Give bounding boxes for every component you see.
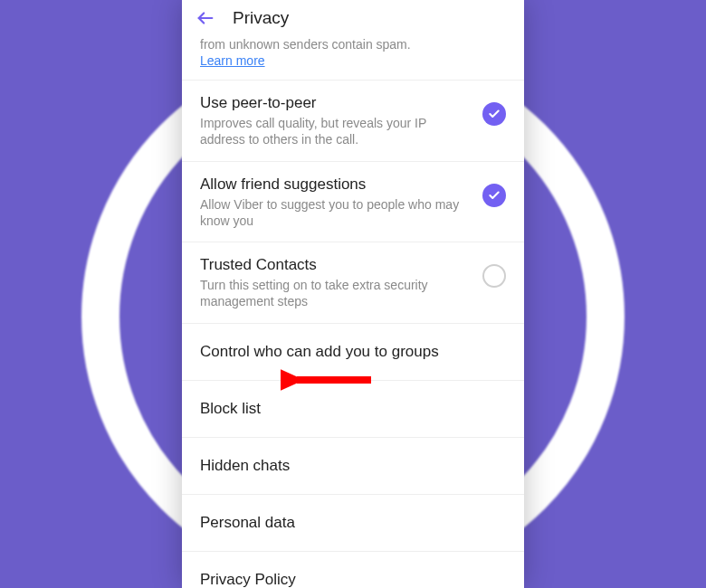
header: Privacy [182, 0, 524, 36]
radio-off-icon[interactable] [482, 264, 506, 288]
learn-more-link[interactable]: Learn more [200, 53, 265, 68]
nav-row-groups[interactable]: Control who can add you to groups [182, 324, 524, 381]
setting-desc: Turn this setting on to take extra secur… [200, 277, 472, 309]
setting-title: Allow friend suggestions [200, 175, 472, 194]
setting-title: Trusted Contacts [200, 255, 472, 275]
nav-title: Personal data [200, 513, 495, 533]
setting-row-trusted-contacts[interactable]: Trusted Contacts Turn this setting on to… [182, 242, 524, 323]
nav-title: Privacy Policy [200, 570, 495, 588]
page-title: Privacy [233, 8, 289, 28]
back-icon[interactable] [195, 7, 216, 29]
nav-row-privacy-policy[interactable]: Privacy Policy [182, 552, 524, 588]
nav-title: Hidden chats [200, 456, 495, 476]
settings-list: from unknown senders contain spam. Learn… [182, 36, 524, 588]
checkmark-icon[interactable] [482, 102, 506, 126]
setting-row-peer-to-peer[interactable]: Use peer-to-peer Improves call quality, … [182, 81, 524, 161]
setting-row-friend-suggestions[interactable]: Allow friend suggestions Allow Viber to … [182, 162, 524, 242]
setting-desc: Improves call quality, but reveals your … [200, 115, 472, 147]
checkmark-icon[interactable] [482, 184, 506, 207]
setting-title: Use peer-to-peer [200, 93, 472, 113]
nav-row-personal-data[interactable]: Personal data [182, 495, 524, 552]
nav-title: Control who can add you to groups [200, 342, 495, 362]
phone-frame: Privacy from unknown senders contain spa… [182, 0, 524, 588]
setting-row-spam[interactable]: from unknown senders contain spam. Learn… [182, 36, 524, 81]
setting-desc: from unknown senders contain spam. [200, 36, 472, 52]
nav-title: Block list [200, 399, 495, 419]
nav-row-hidden-chats[interactable]: Hidden chats [182, 438, 524, 495]
nav-row-block-list[interactable]: Block list [182, 381, 524, 438]
setting-desc: Allow Viber to suggest you to people who… [200, 196, 472, 229]
